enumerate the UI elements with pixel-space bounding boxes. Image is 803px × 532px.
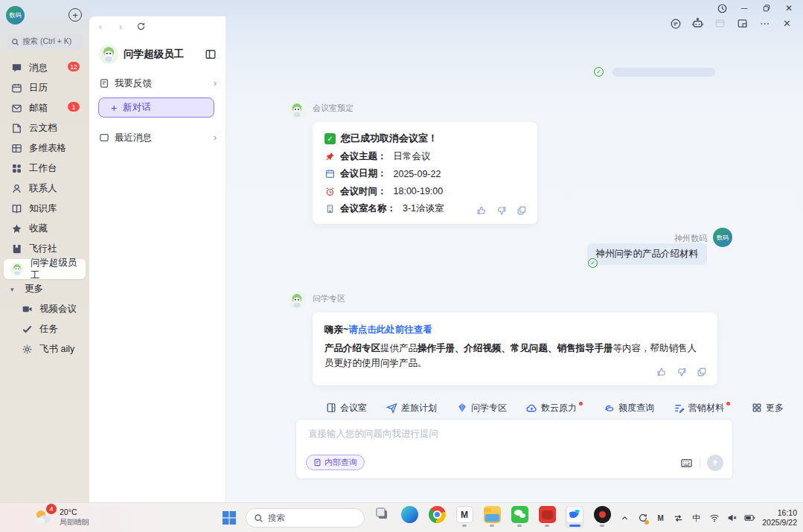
panel-title: 问学超级员工 xyxy=(124,48,199,61)
search-input[interactable]: 搜索 (Ctrl + K) xyxy=(7,34,83,49)
contacts-icon xyxy=(10,183,22,195)
row-value: 日常会议 xyxy=(394,150,431,163)
plus-icon: + xyxy=(111,102,117,114)
book-icon xyxy=(10,203,22,215)
weather-desc: 局部晴朗 xyxy=(60,517,89,527)
battery-icon[interactable] xyxy=(744,513,755,524)
keyboard-icon[interactable] xyxy=(680,457,693,469)
feedback-item[interactable]: 我要反馈 › xyxy=(99,77,217,89)
sidebar-item-base-table[interactable]: 多维表格 xyxy=(4,138,86,158)
rail-nav: 消息 12 日历 邮箱 1 云文档 多维表格 工作台 xyxy=(0,58,89,359)
tab-more[interactable]: 更多 xyxy=(751,402,784,414)
bot-message-zone: 问学专区 嗨亲~请点击此处前往查看 产品介绍专区提供产品操作手册、介绍视频、常见… xyxy=(288,292,717,385)
bot-mascot-icon xyxy=(10,263,24,276)
clock-date: 2025/9/22 xyxy=(762,518,797,528)
news-badge: 4 xyxy=(46,504,57,514)
network-activity-icon[interactable] xyxy=(673,513,684,524)
taskbar-apps: M xyxy=(372,506,612,528)
wifi-icon[interactable] xyxy=(708,513,720,524)
m-tray-icon[interactable]: M xyxy=(655,513,666,524)
sidebar-item-favorites[interactable]: 收藏 xyxy=(4,219,86,239)
tab-label: 更多 xyxy=(766,402,784,414)
sidebar-item-cloud-docs[interactable]: 云文档 xyxy=(4,118,86,138)
tab-shuyun-power[interactable]: 数云原力 xyxy=(526,402,584,414)
copy-icon[interactable] xyxy=(697,367,707,377)
tray-chevron-up-icon[interactable] xyxy=(619,513,630,524)
cloud-doc-icon xyxy=(10,123,22,135)
taskbar-search[interactable]: 搜索 xyxy=(246,508,365,528)
thumbs-down-icon[interactable] xyxy=(676,367,687,377)
back-button[interactable]: ‹ xyxy=(94,19,107,33)
ime-indicator[interactable]: 中 xyxy=(691,513,702,524)
wechat-icon[interactable] xyxy=(510,506,529,528)
file-explorer-icon[interactable] xyxy=(482,506,502,528)
tab-marketing-materials[interactable]: 营销材料 xyxy=(674,402,732,414)
tab-meeting-room[interactable]: 会议室 xyxy=(325,402,367,414)
sync-status-icon[interactable] xyxy=(637,513,648,524)
close-chat-icon[interactable]: ✕ xyxy=(781,17,793,30)
collapse-panel-icon[interactable] xyxy=(205,48,217,60)
sidebar-item-label: 任务 xyxy=(39,323,58,336)
bot-avatar[interactable] xyxy=(288,101,306,119)
forward-button[interactable]: › xyxy=(114,19,127,33)
thumbs-up-icon[interactable] xyxy=(656,367,667,377)
tab-travel-plan[interactable]: 差旅计划 xyxy=(386,402,437,414)
volume-muted-icon[interactable] xyxy=(726,513,738,524)
sidebar-item-contacts[interactable]: 联系人 xyxy=(4,179,86,199)
sidebar-item-tasks[interactable]: 任务 xyxy=(4,319,86,339)
tab-wenxue-zone[interactable]: 问学专区 xyxy=(456,402,507,414)
new-chat-button[interactable]: + 新对话 xyxy=(98,97,214,118)
task-view-button[interactable] xyxy=(372,506,391,528)
feedback-label: 我要反馈 xyxy=(115,77,152,90)
thumbs-down-icon[interactable] xyxy=(496,205,507,216)
sidebar-item-feishu-aily[interactable]: 飞书 aily xyxy=(4,339,86,359)
message-input[interactable]: 直接输入您的问题向我进行提问 内部查询 xyxy=(295,419,733,479)
bot-avatar[interactable] xyxy=(288,292,306,310)
markdown-app-icon[interactable]: M xyxy=(455,506,474,528)
user-avatar[interactable]: 数码 xyxy=(713,228,732,247)
sidebar-item-messages[interactable]: 消息 12 xyxy=(4,58,86,78)
star-icon xyxy=(10,223,22,235)
taskbar-clock[interactable]: 16:10 2025/9/22 xyxy=(762,508,797,528)
internal-query-chip[interactable]: 内部查询 xyxy=(306,455,365,470)
user-avatar[interactable]: 数码 xyxy=(6,6,25,25)
check-icon xyxy=(21,324,33,336)
pushpin-icon xyxy=(324,151,335,161)
sidebar-item-more[interactable]: ▾ 更多 xyxy=(4,279,86,299)
feishu-icon[interactable] xyxy=(565,506,584,528)
copy-icon[interactable] xyxy=(516,205,527,216)
new-chat-label: 新对话 xyxy=(123,101,151,114)
workbench-icon xyxy=(10,163,22,175)
sidebar-item-knowledge-base[interactable]: 知识库 xyxy=(4,199,86,219)
journal-icon xyxy=(10,243,22,255)
sidebar-item-label: 飞行社 xyxy=(29,243,57,255)
start-button[interactable] xyxy=(223,511,236,525)
add-button[interactable]: + xyxy=(68,8,82,22)
building-icon xyxy=(324,204,335,214)
app-window: ─ ✕ ‹ › 问学超级员工 我要反馈 › + 新对话 xyxy=(89,0,803,502)
thumbs-up-icon[interactable] xyxy=(476,205,487,216)
sidebar-item-mail[interactable]: 邮箱 1 xyxy=(4,98,86,118)
chat-summary-icon[interactable] xyxy=(669,17,682,30)
view-link[interactable]: 请点击此处前往查看 xyxy=(348,324,432,335)
sidebar-item-workbench[interactable]: 工作台 xyxy=(4,158,86,179)
sidebar-item-label: 日历 xyxy=(29,82,48,94)
sender-name: 神州数码 xyxy=(674,231,707,244)
sidebar-item-calendar[interactable]: 日历 xyxy=(4,78,86,98)
recent-messages-item[interactable]: 最近消息 › xyxy=(99,132,217,144)
weather-widget[interactable]: 4 20°C 局部晴朗 xyxy=(33,507,89,528)
sidebar-item-wenxue-super-staff[interactable]: 问学超级员工 xyxy=(4,259,86,279)
sidebar-item-video-meeting[interactable]: 视频会议 xyxy=(4,299,86,319)
chrome-icon[interactable] xyxy=(427,506,447,528)
chat-toolbar: ⋯ ✕ xyxy=(669,17,793,30)
send-button[interactable] xyxy=(707,455,723,471)
read-check-icon: ✓ xyxy=(594,67,604,77)
edge-icon[interactable] xyxy=(400,506,419,528)
pin-window-icon[interactable] xyxy=(736,17,749,30)
more-icon[interactable]: ⋯ xyxy=(758,17,771,30)
refresh-icon[interactable] xyxy=(134,19,147,33)
red-app-icon[interactable] xyxy=(537,506,557,528)
robot-icon[interactable] xyxy=(691,17,704,30)
recorder-icon[interactable] xyxy=(592,506,612,528)
tab-quota-query[interactable]: 额度查询 xyxy=(604,402,654,414)
